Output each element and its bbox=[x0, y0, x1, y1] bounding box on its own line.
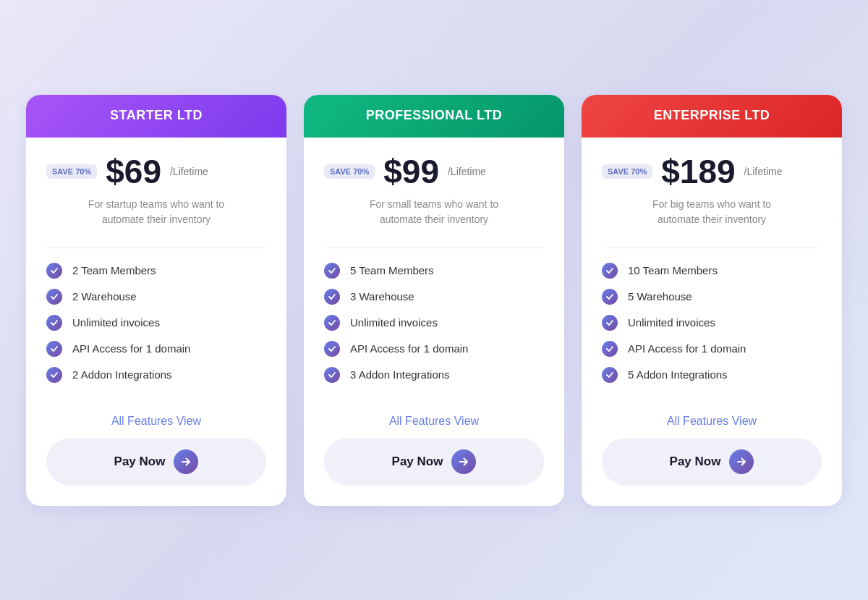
arrow-icon bbox=[174, 449, 198, 474]
plan-header: ENTERPRISE LTD bbox=[582, 95, 842, 138]
arrow-icon bbox=[729, 449, 754, 474]
check-icon bbox=[46, 341, 62, 357]
check-icon bbox=[324, 263, 340, 279]
price-period: /Lifetime bbox=[170, 166, 208, 177]
check-icon bbox=[324, 341, 340, 357]
feature-item: 10 Team Members bbox=[602, 263, 822, 279]
pricing-row: SAVE 70% $69 /Lifetime bbox=[46, 155, 266, 188]
pay-now-label: Pay Now bbox=[392, 455, 443, 469]
feature-item: Unlimited invoices bbox=[46, 315, 266, 331]
all-features-link[interactable]: All Features View bbox=[111, 415, 201, 428]
feature-item: 5 Addon Integrations bbox=[602, 367, 822, 383]
check-icon bbox=[602, 263, 618, 279]
check-icon bbox=[602, 315, 618, 331]
feature-item: Unlimited invoices bbox=[602, 315, 822, 331]
feature-text: 2 Team Members bbox=[72, 264, 156, 276]
price-amount: $189 bbox=[661, 155, 735, 188]
plan-description: For small teams who want toautomate thei… bbox=[324, 197, 544, 227]
feature-text: Unlimited invoices bbox=[628, 316, 715, 329]
arrow-icon bbox=[451, 449, 476, 474]
plan-footer: All Features View Pay Now bbox=[304, 400, 564, 506]
pay-now-label: Pay Now bbox=[114, 455, 166, 469]
pricing-plans-container: STARTER LTD SAVE 70% $69 /Lifetime For s… bbox=[14, 95, 854, 506]
divider bbox=[602, 248, 822, 248]
plan-footer: All Features View Pay Now bbox=[582, 400, 842, 506]
feature-text: 5 Addon Integrations bbox=[628, 368, 728, 381]
price-amount: $69 bbox=[106, 155, 161, 188]
all-features-link[interactable]: All Features View bbox=[389, 415, 479, 428]
check-icon bbox=[602, 289, 618, 305]
feature-item: API Access for 1 domain bbox=[46, 341, 266, 357]
feature-item: 2 Warehouse bbox=[46, 289, 266, 305]
plan-body: SAVE 70% $69 /Lifetime For startup teams… bbox=[26, 138, 286, 400]
plan-title: ENTERPRISE LTD bbox=[654, 108, 770, 122]
check-icon bbox=[46, 315, 62, 331]
plan-card-professional: PROFESSIONAL LTD SAVE 70% $99 /Lifetime … bbox=[304, 95, 564, 506]
plan-body: SAVE 70% $189 /Lifetime For big teams wh… bbox=[582, 138, 842, 400]
plan-description: For big teams who want toautomate their … bbox=[602, 197, 822, 227]
feature-item: API Access for 1 domain bbox=[324, 341, 544, 357]
pricing-row: SAVE 70% $99 /Lifetime bbox=[324, 155, 544, 188]
feature-item: 5 Warehouse bbox=[602, 289, 822, 305]
feature-text: 2 Warehouse bbox=[72, 290, 137, 303]
check-icon bbox=[324, 315, 340, 331]
plan-title: PROFESSIONAL LTD bbox=[366, 108, 502, 122]
divider bbox=[46, 248, 266, 248]
feature-text: Unlimited invoices bbox=[72, 316, 160, 329]
plan-header: STARTER LTD bbox=[26, 95, 286, 138]
divider bbox=[324, 248, 544, 248]
plan-description: For startup teams who want toautomate th… bbox=[46, 197, 266, 227]
plan-card-enterprise: ENTERPRISE LTD SAVE 70% $189 /Lifetime F… bbox=[582, 95, 842, 506]
save-badge: SAVE 70% bbox=[602, 164, 652, 179]
feature-text: 5 Team Members bbox=[350, 264, 434, 276]
feature-text: 5 Warehouse bbox=[628, 290, 692, 303]
price-period: /Lifetime bbox=[744, 166, 783, 177]
feature-item: 3 Warehouse bbox=[324, 289, 544, 305]
features-list: 2 Team Members 2 Warehouse Unlimited inv bbox=[46, 263, 266, 383]
plan-title: STARTER LTD bbox=[110, 108, 203, 122]
feature-item: Unlimited invoices bbox=[324, 315, 544, 331]
pay-now-button[interactable]: Pay Now bbox=[602, 438, 822, 486]
feature-text: API Access for 1 domain bbox=[628, 342, 746, 355]
feature-item: 2 Addon Integrations bbox=[46, 367, 266, 383]
pay-now-button[interactable]: Pay Now bbox=[324, 438, 544, 486]
plan-body: SAVE 70% $99 /Lifetime For small teams w… bbox=[304, 138, 564, 400]
pay-now-button[interactable]: Pay Now bbox=[46, 438, 266, 486]
feature-text: 2 Addon Integrations bbox=[72, 368, 172, 381]
feature-text: API Access for 1 domain bbox=[72, 342, 190, 355]
check-icon bbox=[602, 367, 618, 383]
check-icon bbox=[324, 367, 340, 383]
check-icon bbox=[46, 263, 62, 279]
features-list: 10 Team Members 5 Warehouse Unlimited in bbox=[602, 263, 822, 383]
check-icon bbox=[324, 289, 340, 305]
feature-text: 10 Team Members bbox=[628, 264, 718, 276]
all-features-link[interactable]: All Features View bbox=[667, 415, 757, 428]
plan-footer: All Features View Pay Now bbox=[26, 400, 286, 506]
check-icon bbox=[602, 341, 618, 357]
feature-text: 3 Addon Integrations bbox=[350, 368, 450, 381]
check-icon bbox=[46, 289, 62, 305]
feature-item: 2 Team Members bbox=[46, 263, 266, 279]
pay-now-label: Pay Now bbox=[670, 455, 721, 469]
features-list: 5 Team Members 3 Warehouse Unlimited inv bbox=[324, 263, 544, 383]
feature-text: 3 Warehouse bbox=[350, 290, 414, 303]
plan-card-starter: STARTER LTD SAVE 70% $69 /Lifetime For s… bbox=[26, 95, 286, 506]
save-badge: SAVE 70% bbox=[324, 164, 375, 179]
save-badge: SAVE 70% bbox=[46, 164, 97, 179]
feature-item: 5 Team Members bbox=[324, 263, 544, 279]
feature-item: 3 Addon Integrations bbox=[324, 367, 544, 383]
price-amount: $99 bbox=[383, 155, 439, 188]
feature-text: API Access for 1 domain bbox=[350, 342, 468, 355]
pricing-row: SAVE 70% $189 /Lifetime bbox=[602, 155, 822, 188]
plan-header: PROFESSIONAL LTD bbox=[304, 95, 564, 138]
price-period: /Lifetime bbox=[448, 166, 486, 177]
feature-item: API Access for 1 domain bbox=[602, 341, 822, 357]
feature-text: Unlimited invoices bbox=[350, 316, 438, 329]
check-icon bbox=[46, 367, 62, 383]
